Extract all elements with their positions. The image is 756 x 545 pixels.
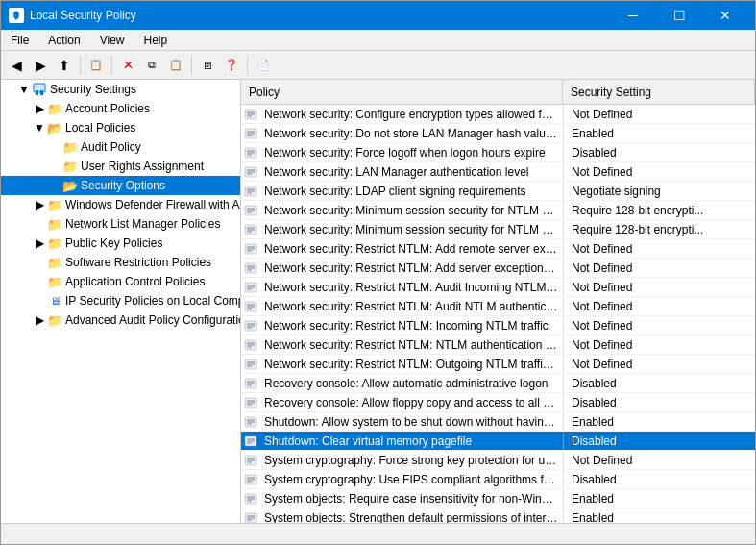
policy-name: Network security: Force logoff when logo…	[260, 144, 563, 161]
menu-view[interactable]: View	[90, 32, 134, 49]
expand-firewall[interactable]: ▶	[32, 198, 47, 211]
tree-item-local-policies[interactable]: ▼ 📂 Local Policies	[1, 118, 240, 137]
table-row[interactable]: Network security: Force logoff when logo…	[241, 143, 755, 162]
tree-panel: ▼ Security Settings ▶ 📁 Account Policies	[1, 80, 241, 523]
expand-security-settings[interactable]: ▼	[16, 83, 32, 96]
table-row[interactable]: System objects: Strengthen default permi…	[241, 508, 755, 523]
software-restriction-icon: 📁	[47, 255, 62, 270]
tree-item-windows-firewall[interactable]: ▶ 📁 Windows Defender Firewall with Adva.…	[1, 195, 240, 214]
table-row[interactable]: Network security: Restrict NTLM: Outgoin…	[241, 355, 755, 374]
tree-item-audit-policy[interactable]: 📁 Audit Policy	[1, 137, 240, 157]
tree-item-app-control[interactable]: 📁 Application Control Policies	[1, 272, 240, 291]
export-button[interactable]: 📄	[252, 54, 275, 77]
paste-button[interactable]: 📋	[164, 54, 187, 77]
minimize-button[interactable]: ─	[611, 1, 655, 30]
network-list-label: Network List Manager Policies	[65, 217, 220, 231]
policy-name: Network security: Restrict NTLM: NTLM au…	[260, 336, 563, 354]
up-button[interactable]: ⬆	[53, 54, 76, 77]
forward-button[interactable]: ▶	[29, 54, 52, 77]
table-row[interactable]: Recovery console: Allow automatic admini…	[241, 374, 755, 393]
cut-button[interactable]: ✕	[116, 54, 139, 77]
policy-row-icon	[241, 473, 260, 486]
table-row[interactable]: System cryptography: Force strong key pr…	[241, 451, 755, 470]
tree-item-ip-security[interactable]: 🖥 IP Security Policies on Local Compute.…	[1, 291, 240, 310]
tree-item-account-policies[interactable]: ▶ 📁 Account Policies	[1, 99, 240, 118]
table-row[interactable]: Shutdown: Clear virtual memory pagefileD…	[241, 432, 755, 451]
expand-public-key[interactable]: ▶	[32, 236, 47, 250]
table-row[interactable]: Recovery console: Allow floppy copy and …	[241, 393, 755, 412]
table-row[interactable]: Network security: LAN Manager authentica…	[241, 162, 755, 182]
policy-name: Network security: Do not store LAN Manag…	[260, 125, 563, 142]
table-row[interactable]: Network security: Restrict NTLM: Audit I…	[241, 278, 755, 297]
security-settings-label: Security Settings	[50, 83, 136, 96]
table-row[interactable]: System cryptography: Use FIPS compliant …	[241, 470, 755, 489]
policy-row-icon	[241, 434, 260, 448]
table-row[interactable]: Shutdown: Allow system to be shut down w…	[241, 412, 755, 432]
expand-local-policies[interactable]: ▼	[32, 121, 47, 135]
window-controls: ─ ☐ ✕	[611, 1, 747, 30]
policy-row-icon	[241, 185, 260, 198]
tree-item-software-restriction[interactable]: 📁 Software Restriction Policies	[1, 253, 240, 272]
menu-help[interactable]: Help	[134, 32, 178, 49]
policy-row-icon	[241, 165, 260, 179]
table-row[interactable]: Network security: Restrict NTLM: Incomin…	[241, 316, 755, 335]
show-hide-console-tree[interactable]: 📋	[85, 54, 108, 77]
expand-advanced-audit[interactable]: ▶	[32, 313, 47, 327]
menu-action[interactable]: Action	[38, 32, 89, 49]
policy-row-icon	[241, 204, 260, 217]
policy-setting: Not Defined	[563, 240, 755, 258]
maximize-button[interactable]: ☐	[657, 1, 701, 30]
policy-setting: Require 128-bit encrypti...	[563, 202, 755, 219]
col-header-setting[interactable]: Security Setting	[563, 80, 755, 104]
table-row[interactable]: System objects: Require case insensitivi…	[241, 489, 755, 508]
table-row[interactable]: Network security: Restrict NTLM: Add ser…	[241, 259, 755, 278]
policy-row-icon	[241, 319, 260, 333]
table-row[interactable]: Network security: Minimum session securi…	[241, 220, 755, 239]
menu-bar: File Action View Help	[1, 30, 755, 51]
tree-item-user-rights[interactable]: 📁 User Rights Assignment	[1, 157, 240, 176]
policy-row-icon	[241, 108, 260, 121]
copy-button[interactable]: ⧉	[140, 54, 163, 77]
help-button[interactable]: ❓	[220, 54, 243, 77]
back-button[interactable]: ◀	[5, 54, 28, 77]
list-body: Network security: Configure encryption t…	[241, 105, 755, 523]
table-row[interactable]: Network security: Restrict NTLM: Audit N…	[241, 297, 755, 316]
table-row[interactable]: Network security: Restrict NTLM: Add rem…	[241, 239, 755, 259]
tree-item-public-key[interactable]: ▶ 📁 Public Key Policies	[1, 234, 240, 253]
public-key-label: Public Key Policies	[65, 236, 162, 250]
policy-name: Shutdown: Allow system to be shut down w…	[260, 413, 563, 431]
software-restriction-label: Software Restriction Policies	[65, 256, 211, 269]
table-row[interactable]: Network security: Minimum session securi…	[241, 201, 755, 220]
window-title: Local Security Policy	[30, 9, 136, 22]
public-key-icon: 📁	[47, 235, 62, 251]
expand-account-policies[interactable]: ▶	[32, 102, 47, 115]
tree-item-security-settings[interactable]: ▼ Security Settings	[1, 80, 240, 99]
tree-item-advanced-audit[interactable]: ▶ 📁 Advanced Audit Policy Configuration	[1, 310, 240, 330]
col-header-policy[interactable]: Policy	[241, 80, 563, 104]
table-row[interactable]: Network security: LDAP client signing re…	[241, 182, 755, 201]
policy-name: Network security: Restrict NTLM: Add ser…	[260, 260, 563, 277]
tree-item-security-options[interactable]: 📂 Security Options	[1, 176, 240, 195]
close-button[interactable]: ✕	[703, 1, 747, 30]
policy-setting: Not Defined	[563, 260, 755, 277]
account-policies-label: Account Policies	[65, 102, 150, 115]
network-list-icon: 📁	[47, 216, 62, 232]
tree-item-network-list[interactable]: 📁 Network List Manager Policies	[1, 214, 240, 234]
security-options-label: Security Options	[81, 179, 165, 192]
security-options-icon: 📂	[62, 178, 78, 193]
policy-setting: Disabled	[563, 433, 755, 450]
user-rights-icon: 📁	[62, 159, 78, 174]
policy-row-icon	[241, 377, 260, 390]
table-row[interactable]: Network security: Do not store LAN Manag…	[241, 124, 755, 143]
menu-file[interactable]: File	[1, 32, 38, 49]
table-row[interactable]: Network security: Restrict NTLM: NTLM au…	[241, 335, 755, 355]
table-row[interactable]: Network security: Configure encryption t…	[241, 105, 755, 124]
svg-rect-0	[34, 84, 45, 92]
col-setting-label: Security Setting	[571, 86, 651, 99]
properties-button[interactable]: 🖹	[196, 54, 219, 77]
policy-setting: Not Defined	[563, 279, 755, 296]
policy-row-icon	[241, 358, 260, 371]
advanced-audit-label: Advanced Audit Policy Configuration	[65, 313, 241, 327]
policy-setting: Not Defined	[563, 163, 755, 181]
policy-setting: Enabled	[563, 413, 755, 431]
